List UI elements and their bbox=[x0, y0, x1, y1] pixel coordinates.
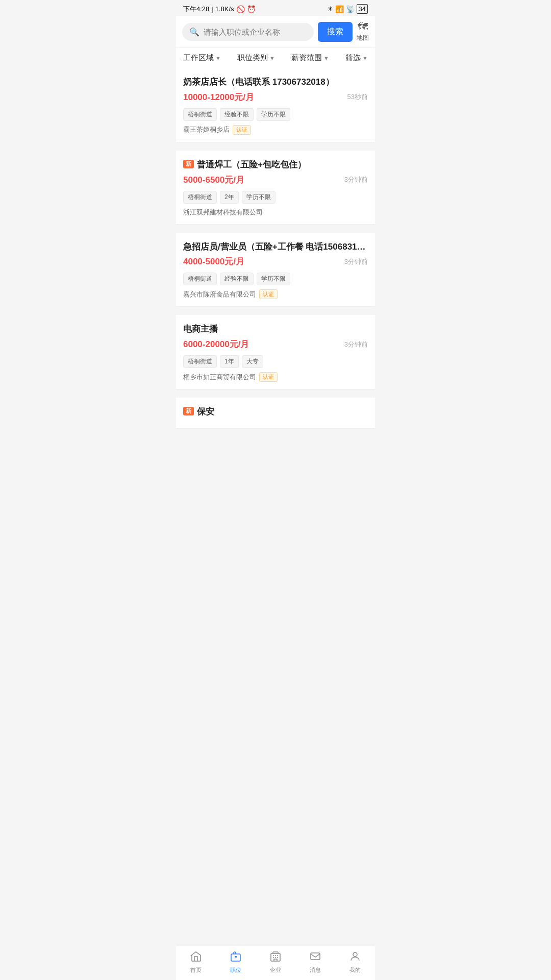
search-bar: 🔍 搜索 🗺 地图 bbox=[176, 16, 375, 47]
salary-row-2: 5000-6500元/月 3分钟前 bbox=[183, 174, 368, 186]
tag-4-2: 大专 bbox=[242, 355, 263, 368]
status-right: ✳ 📶 📡 34 bbox=[328, 4, 368, 14]
job-card-4[interactable]: 电商主播 6000-20000元/月 3分钟前 梧桐街道 1年 大专 桐乡市如正… bbox=[176, 315, 375, 389]
map-label: 地图 bbox=[357, 34, 369, 42]
tag-1-1: 经验不限 bbox=[220, 108, 254, 121]
search-icon: 🔍 bbox=[189, 27, 199, 37]
salary-2: 5000-6500元/月 bbox=[183, 174, 244, 186]
map-button[interactable]: 🗺 地图 bbox=[357, 21, 369, 42]
filter-job-type[interactable]: 职位类别 ▼ bbox=[237, 53, 275, 63]
job-card-3[interactable]: 急招店员/营业员（五险+工作餐 电话1506831… 4000-5000元/月 … bbox=[176, 233, 375, 307]
job-title-row-2: 新 普通焊工（五险+包吃包住） bbox=[183, 159, 368, 171]
job-title-1: 奶茶店店长（电话联系 17306732018） bbox=[183, 76, 334, 88]
tag-3-2: 学历不限 bbox=[257, 273, 290, 285]
job-title-3: 急招店员/营业员（五险+工作餐 电话1506831… bbox=[183, 241, 366, 253]
search-input[interactable] bbox=[204, 28, 307, 36]
job-type-label: 职位类别 bbox=[237, 53, 268, 63]
tag-2-0: 梧桐街道 bbox=[183, 191, 217, 204]
filter-salary-range[interactable]: 薪资范围 ▼ bbox=[291, 53, 329, 63]
map-icon: 🗺 bbox=[358, 21, 368, 33]
tag-3-1: 经验不限 bbox=[220, 273, 254, 285]
status-left: 下午4:28 | 1.8K/s 🚫 ⏰ bbox=[183, 5, 256, 14]
tag-2-1: 2年 bbox=[220, 191, 239, 204]
salary-range-label: 薪资范围 bbox=[291, 53, 322, 63]
job-card-2[interactable]: 新 普通焊工（五险+包吃包住） 5000-6500元/月 3分钟前 梧桐街道 2… bbox=[176, 151, 375, 225]
tags-row-4: 梧桐街道 1年 大专 bbox=[183, 355, 368, 368]
bluetooth-icon: ✳ bbox=[328, 5, 333, 13]
tag-3-0: 梧桐街道 bbox=[183, 273, 217, 285]
job-title-row-3: 急招店员/营业员（五险+工作餐 电话1506831… bbox=[183, 241, 368, 253]
tags-row-2: 梧桐街道 2年 学历不限 bbox=[183, 191, 368, 204]
salary-range-arrow-icon: ▼ bbox=[323, 55, 329, 61]
job-card-5[interactable]: 新 保安 bbox=[176, 398, 375, 429]
company-row-4: 桐乡市如正商贸有限公司 认证 bbox=[183, 372, 368, 382]
post-time-1: 53秒前 bbox=[347, 92, 368, 102]
filter-more[interactable]: 筛选 ▼ bbox=[345, 53, 368, 63]
salary-row-1: 10000-12000元/月 53秒前 bbox=[183, 91, 368, 103]
job-title-row-4: 电商主播 bbox=[183, 323, 368, 335]
job-card-1[interactable]: 奶茶店店长（电话联系 17306732018） 10000-12000元/月 5… bbox=[176, 68, 375, 142]
salary-3: 4000-5000元/月 bbox=[183, 256, 244, 267]
work-area-arrow-icon: ▼ bbox=[215, 55, 221, 61]
wifi-icon: 📡 bbox=[346, 5, 355, 13]
company-name-2: 浙江双邦建材科技有限公司 bbox=[183, 208, 263, 217]
status-bar: 下午4:28 | 1.8K/s 🚫 ⏰ ✳ 📶 📡 34 bbox=[176, 0, 375, 16]
content-area: 奶茶店店长（电话联系 17306732018） 10000-12000元/月 5… bbox=[176, 68, 375, 469]
new-badge-2: 新 bbox=[183, 160, 194, 168]
new-badge-5: 新 bbox=[183, 407, 194, 415]
company-name-3: 嘉兴市陈府食品有限公司 bbox=[183, 290, 256, 299]
job-title-row-1: 奶茶店店长（电话联系 17306732018） bbox=[183, 76, 368, 88]
job-title-5: 保安 bbox=[197, 406, 214, 418]
search-input-wrap[interactable]: 🔍 bbox=[182, 23, 314, 41]
status-speed: | bbox=[211, 5, 213, 13]
filter-more-label: 筛选 bbox=[345, 53, 361, 63]
certified-badge-1: 认证 bbox=[233, 125, 251, 135]
company-row-2: 浙江双邦建材科技有限公司 bbox=[183, 208, 368, 217]
post-time-4: 3分钟前 bbox=[344, 340, 368, 349]
tag-4-0: 梧桐街道 bbox=[183, 355, 217, 368]
certified-badge-3: 认证 bbox=[259, 289, 278, 299]
no-disturb-icon: 🚫 bbox=[236, 5, 245, 13]
job-title-4: 电商主播 bbox=[183, 323, 218, 335]
salary-4: 6000-20000元/月 bbox=[183, 338, 249, 350]
company-name-4: 桐乡市如正商贸有限公司 bbox=[183, 373, 256, 382]
job-title-row-5: 新 保安 bbox=[183, 406, 368, 418]
signal-icon: 📶 bbox=[335, 5, 344, 13]
tag-2-2: 学历不限 bbox=[242, 191, 276, 204]
post-time-2: 3分钟前 bbox=[344, 175, 368, 184]
company-row-3: 嘉兴市陈府食品有限公司 认证 bbox=[183, 289, 368, 299]
status-network-speed: 1.8K/s bbox=[215, 5, 234, 13]
tags-row-1: 梧桐街道 经验不限 学历不限 bbox=[183, 108, 368, 121]
salary-1: 10000-12000元/月 bbox=[183, 91, 254, 103]
post-time-3: 3分钟前 bbox=[344, 257, 368, 266]
job-title-2: 普通焊工（五险+包吃包住） bbox=[197, 159, 306, 171]
tag-4-1: 1年 bbox=[220, 355, 239, 368]
filter-bar: 工作区域 ▼ 职位类别 ▼ 薪资范围 ▼ 筛选 ▼ bbox=[176, 47, 375, 68]
tag-1-2: 学历不限 bbox=[257, 108, 290, 121]
tag-1-0: 梧桐街道 bbox=[183, 108, 217, 121]
salary-row-3: 4000-5000元/月 3分钟前 bbox=[183, 256, 368, 267]
company-name-1: 霸王茶姬桐乡店 bbox=[183, 125, 230, 134]
tags-row-3: 梧桐街道 经验不限 学历不限 bbox=[183, 273, 368, 285]
certified-badge-4: 认证 bbox=[259, 372, 278, 382]
status-time: 下午4:28 bbox=[183, 5, 209, 14]
job-list: 奶茶店店长（电话联系 17306732018） 10000-12000元/月 5… bbox=[176, 68, 375, 429]
filter-work-area[interactable]: 工作区域 ▼ bbox=[183, 53, 221, 63]
battery-icon: 34 bbox=[357, 4, 368, 14]
search-button[interactable]: 搜索 bbox=[318, 22, 353, 42]
filter-more-arrow-icon: ▼ bbox=[362, 55, 368, 61]
work-area-label: 工作区域 bbox=[183, 53, 214, 63]
alarm-icon: ⏰ bbox=[247, 5, 256, 13]
salary-row-4: 6000-20000元/月 3分钟前 bbox=[183, 338, 368, 350]
company-row-1: 霸王茶姬桐乡店 认证 bbox=[183, 125, 368, 135]
job-type-arrow-icon: ▼ bbox=[269, 55, 275, 61]
